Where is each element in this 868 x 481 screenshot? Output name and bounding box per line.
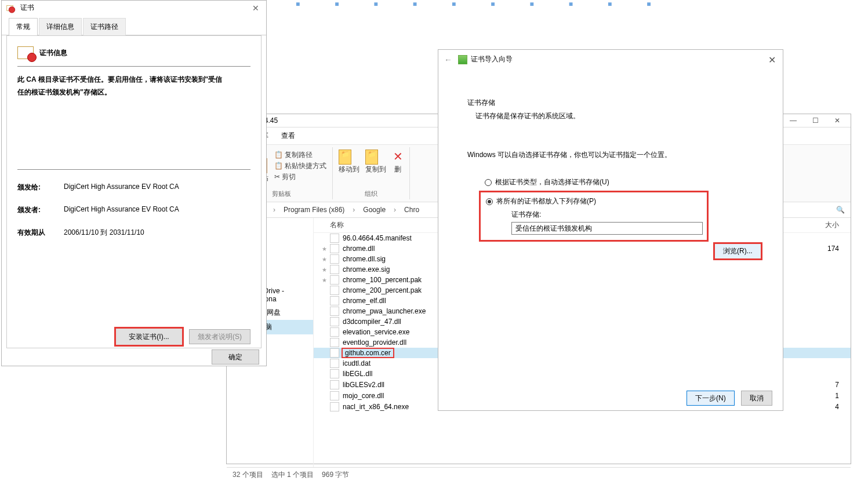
file-icon [330, 254, 339, 264]
pin-icon: ★ [318, 277, 330, 283]
wizard-heading: 证书存储 [467, 98, 754, 108]
taskbar-fragment [278, 0, 868, 8]
pin-icon: ★ [318, 246, 330, 252]
valid-value: 2006/11/10 到 2031/11/10 [64, 228, 144, 238]
status-count: 32 个项目 [233, 470, 263, 480]
tab-general[interactable]: 常规 [9, 18, 38, 35]
tab-details[interactable]: 详细信息 [39, 18, 82, 35]
file-size: 174 [827, 245, 839, 253]
copyto-icon[interactable]: 📁复制到 [365, 150, 386, 174]
install-cert-button[interactable]: 安装证书(I)... [115, 328, 182, 345]
breadcrumb[interactable]: Google [361, 205, 388, 215]
cert-titlebar[interactable]: 证书 ✕ [2, 1, 266, 15]
wizard-title: 证书导入向导 [471, 54, 513, 64]
pin-icon: ★ [318, 267, 330, 273]
close-icon[interactable]: ✕ [249, 3, 263, 13]
file-size: 1 [835, 392, 839, 400]
certificate-dialog: 证书 ✕ 常规 详细信息 证书路径 证书信息 此 CA 根目录证书不受信任。要启… [1, 0, 267, 366]
maximize-button[interactable]: ☐ [804, 116, 826, 125]
cut-action[interactable]: ✂ 剪切 [274, 172, 326, 183]
status-bar: 32 个项目 选中 1 个项目 969 字节 [227, 467, 851, 481]
wizard-description: Windows 可以自动选择证书存储，你也可以为证书指定一个位置。 [467, 150, 754, 160]
copy-path-action[interactable]: 📋 复制路径 [274, 150, 326, 161]
file-icon [330, 317, 339, 326]
wizard-icon [458, 55, 467, 64]
file-icon [330, 369, 339, 378]
file-icon [330, 234, 339, 243]
moveto-icon[interactable]: 📁移动到 [339, 150, 359, 174]
cert-warning-text: 此 CA 根目录证书不受信任。要启用信任，请将该证书安装到"受信 任的根证书颁发… [17, 74, 250, 99]
cert-title: 证书 [20, 3, 34, 13]
file-icon [330, 296, 339, 305]
file-icon [330, 391, 339, 400]
cert-tabs: 常规 详细信息 证书路径 [2, 17, 266, 35]
file-size: 4 [835, 403, 839, 411]
file-icon [330, 402, 339, 411]
col-size[interactable]: 大小 [825, 220, 839, 230]
window-controls: — ☐ ✕ [782, 116, 848, 125]
file-size: 7 [835, 381, 839, 389]
tab-path[interactable]: 证书路径 [83, 18, 126, 35]
paste-shortcut-action[interactable]: 📋 粘贴快捷方式 [274, 161, 326, 172]
issued-by-label: 颁发者: [17, 205, 64, 215]
close-icon[interactable]: ✕ [768, 54, 776, 65]
radio-icon [486, 198, 493, 205]
cert-import-wizard: ✕ ← 证书导入向导 证书存储 证书存储是保存证书的系统区域。 Windows … [438, 49, 783, 411]
tab-view[interactable]: 查看 [281, 131, 295, 141]
ok-button[interactable]: 确定 [212, 349, 259, 365]
file-icon [330, 307, 339, 316]
pin-icon: ★ [318, 256, 330, 263]
browse-button[interactable]: 浏览(R)... [714, 243, 761, 259]
minimize-button[interactable]: — [782, 116, 804, 125]
issued-to-label: 颁发给: [17, 183, 64, 192]
cert-icon [6, 5, 13, 11]
cancel-button[interactable]: 取消 [741, 391, 772, 406]
issued-to-value: DigiCert High Assurance EV Root CA [64, 183, 179, 192]
file-icon [330, 359, 339, 368]
valid-label: 有效期从 [17, 228, 64, 238]
issued-by-value: DigiCert High Assurance EV Root CA [64, 205, 179, 215]
wizard-subheading: 证书存储是保存证书的系统区域。 [475, 111, 754, 121]
organize-group-label: 组织 [365, 188, 377, 199]
radio-icon [485, 179, 492, 186]
breadcrumb[interactable]: Chro [402, 205, 422, 215]
search-icon[interactable]: 🔍 [836, 206, 845, 214]
cert-info-heading: 证书信息 [39, 48, 67, 58]
file-icon [330, 244, 339, 253]
back-icon[interactable]: ← [444, 55, 452, 64]
next-button[interactable]: 下一步(N) [687, 391, 735, 406]
cert-warn-icon [17, 46, 34, 59]
issuer-statement-button[interactable]: 颁发者说明(S) [189, 329, 250, 344]
file-icon [330, 338, 339, 347]
file-icon [330, 275, 339, 285]
status-size: 969 字节 [322, 470, 349, 480]
file-icon [330, 265, 339, 274]
file-icon [330, 380, 339, 389]
status-selection: 选中 1 个项目 [271, 470, 314, 480]
store-label: 证书存储: [511, 210, 703, 220]
file-icon [330, 286, 339, 295]
breadcrumb[interactable]: Program Files (x86) [281, 205, 347, 215]
radio-auto-store[interactable]: 根据证书类型，自动选择证书存储(U) [485, 177, 754, 187]
clipboard-group-label: 剪贴板 [272, 188, 291, 199]
store-input[interactable] [511, 222, 703, 235]
clipboard-actions: 📋 复制路径 📋 粘贴快捷方式 ✂ 剪切 [274, 150, 326, 183]
radio-specify-store[interactable]: 将所有的证书都放入下列存储(P) [486, 196, 703, 206]
close-button[interactable]: ✕ [826, 116, 848, 125]
file-icon [330, 348, 339, 358]
delete-icon[interactable]: ✕删 [392, 150, 404, 174]
file-icon [330, 327, 339, 337]
